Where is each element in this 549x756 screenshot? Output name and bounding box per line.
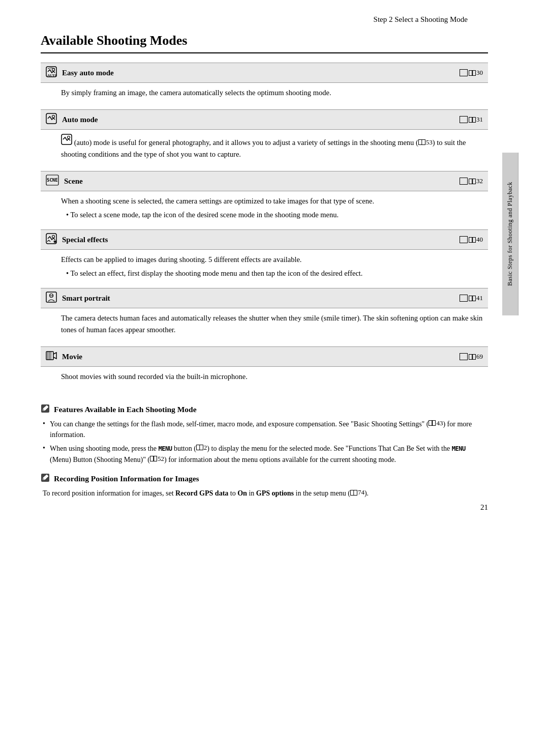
mode-body-scene: When a shooting scene is selected, the c…: [41, 191, 488, 224]
mode-header-left-easy-auto: AUTO Easy auto mode: [46, 66, 114, 79]
svg-point-4: [52, 115, 55, 118]
mode-page-ref-easy-auto: 30: [460, 69, 483, 77]
mode-description-smart-portrait: The camera detects human faces and autom…: [61, 312, 483, 335]
note-icon-features-note: [41, 404, 50, 415]
mode-header-left-scene: SCNE Scene: [46, 175, 83, 188]
mode-name-auto: Auto mode: [62, 115, 98, 124]
step-header: Step 2 Select a Shooting Mode: [41, 15, 488, 24]
note-text-recording-note: To record position information for image…: [43, 487, 488, 499]
note-body-recording-note: To record position information for image…: [41, 487, 488, 499]
mode-header-left-smart-portrait: Smart portrait: [46, 292, 110, 305]
mode-header-auto: Auto mode31: [41, 109, 488, 130]
svg-text:AUTO: AUTO: [47, 73, 57, 77]
step-label: Step 2 Select a Shooting Mode: [374, 15, 468, 23]
mode-section-scene: SCNE Scene32When a shooting scene is sel…: [41, 171, 488, 224]
mode-body-easy-auto: By simply framing an image, the camera a…: [41, 83, 488, 104]
notes-section: Features Available in Each Shooting Mode…: [41, 404, 488, 499]
note-bullets-features-note: You can change the settings for the flas…: [43, 418, 488, 465]
mode-section-auto: Auto mode31 (auto) mode is useful for ge…: [41, 109, 488, 166]
mode-icon-scene: SCNE: [46, 175, 59, 188]
note-title-features-note: Features Available in Each Shooting Mode: [41, 404, 488, 415]
note-body-features-note: You can change the settings for the flas…: [41, 418, 488, 465]
mode-header-scene: SCNE Scene32: [41, 171, 488, 191]
mode-body-smart-portrait: The camera detects human faces and autom…: [41, 308, 488, 341]
mode-icon-movie: [46, 350, 57, 363]
side-tab-text: Basic Steps for Shooting and Playback: [506, 182, 514, 286]
mode-page-ref-scene: 32: [460, 177, 483, 185]
mode-name-smart-portrait: Smart portrait: [62, 294, 110, 303]
mode-body-movie: Shoot movies with sound recorded via the…: [41, 367, 488, 388]
mode-name-special-effects: Special effects: [62, 236, 108, 244]
note-icon-recording-note: [41, 473, 50, 484]
mode-description-special-effects: Effects can be applied to images during …: [61, 254, 483, 265]
auto-mode-description: (auto) mode is useful for general photog…: [61, 134, 483, 160]
mode-section-movie: Movie69Shoot movies with sound recorded …: [41, 346, 488, 388]
mode-body-auto: (auto) mode is useful for general photog…: [41, 130, 488, 166]
svg-text:★: ★: [53, 239, 57, 244]
mode-icon-special-effects: ★: [46, 233, 57, 246]
mode-bullet: To select a scene mode, tap the icon of …: [66, 209, 483, 220]
mode-header-easy-auto: AUTO Easy auto mode30: [41, 63, 488, 83]
mode-page-ref-movie: 69: [460, 353, 483, 361]
svg-point-6: [68, 136, 70, 139]
mode-header-left-auto: Auto mode: [46, 113, 98, 126]
note-title-text-recording-note: Recording Position Information for Image…: [54, 474, 199, 483]
page-title: Available Shooting Modes: [41, 33, 488, 53]
mode-description-movie: Shoot movies with sound recorded via the…: [61, 371, 483, 382]
mode-header-left-special-effects: ★ Special effects: [46, 233, 108, 246]
mode-header-movie: Movie69: [41, 346, 488, 367]
mode-header-left-movie: Movie: [46, 350, 82, 363]
mode-bullet: To select an effect, first display the s…: [66, 268, 483, 279]
mode-page-ref-special-effects: 40: [460, 236, 483, 244]
mode-icon-auto: [46, 113, 57, 126]
mode-description-easy-auto: By simply framing an image, the camera a…: [61, 87, 483, 98]
mode-page-ref-auto: 31: [460, 115, 483, 124]
modes-container: AUTO Easy auto mode30By simply framing a…: [41, 63, 488, 389]
page-number: 21: [480, 503, 488, 512]
svg-rect-14: [46, 352, 53, 360]
mode-icon-smart-portrait: [46, 292, 57, 305]
mode-body-special-effects: Effects can be applied to images during …: [41, 250, 488, 283]
svg-point-1: [52, 69, 55, 71]
note-recording-note: Recording Position Information for Image…: [41, 473, 488, 499]
mode-bullets-scene: To select a scene mode, tap the icon of …: [61, 209, 483, 220]
note-title-recording-note: Recording Position Information for Image…: [41, 473, 488, 484]
mode-name-movie: Movie: [62, 353, 82, 361]
mode-section-special-effects: ★ Special effects40Effects can be applie…: [41, 229, 488, 283]
mode-name-scene: Scene: [64, 177, 83, 186]
mode-description-scene: When a shooting scene is selected, the c…: [61, 195, 483, 207]
note-title-text-features-note: Features Available in Each Shooting Mode: [54, 405, 197, 414]
mode-icon-easy-auto: AUTO: [46, 66, 57, 79]
mode-header-special-effects: ★ Special effects40: [41, 229, 488, 250]
mode-header-smart-portrait: Smart portrait41: [41, 288, 488, 308]
svg-point-10: [52, 236, 55, 238]
svg-text:SCNE: SCNE: [47, 178, 58, 183]
note-bullet: When using shooting mode, press the MENU…: [43, 443, 488, 466]
mode-name-easy-auto: Easy auto mode: [62, 69, 114, 77]
side-tab: Basic Steps for Shooting and Playback: [502, 153, 518, 315]
mode-section-smart-portrait: Smart portrait41The camera detects human…: [41, 288, 488, 341]
note-features-note: Features Available in Each Shooting Mode…: [41, 404, 488, 465]
note-bullet: You can change the settings for the flas…: [43, 418, 488, 441]
mode-section-easy-auto: AUTO Easy auto mode30By simply framing a…: [41, 63, 488, 104]
mode-page-ref-smart-portrait: 41: [460, 294, 483, 302]
mode-bullets-special-effects: To select an effect, first display the s…: [61, 268, 483, 279]
